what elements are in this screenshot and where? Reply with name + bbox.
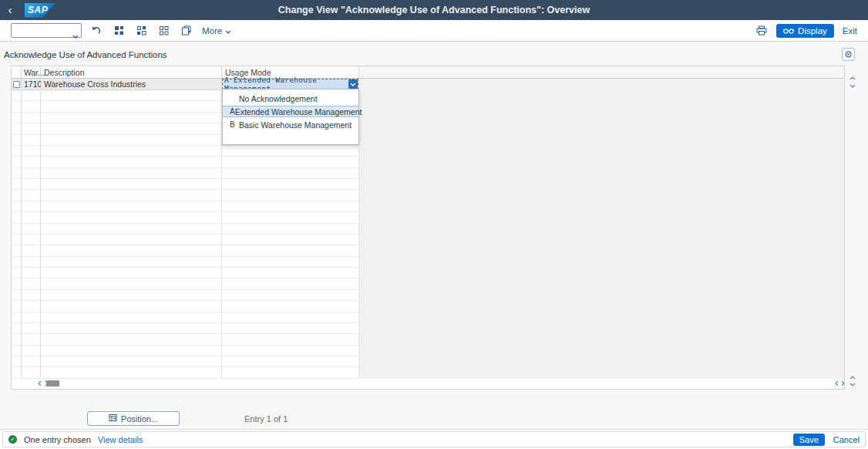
display-button[interactable]: Display	[776, 24, 834, 38]
table-cell[interactable]	[41, 356, 222, 367]
table-row[interactable]	[12, 101, 844, 112]
table-cell[interactable]	[41, 212, 222, 223]
table-cell[interactable]	[359, 168, 844, 179]
scroll-up-icon[interactable]	[849, 374, 856, 381]
table-cell[interactable]	[222, 323, 359, 334]
usage-mode-option[interactable]: BBasic Warehouse Management	[223, 119, 358, 130]
table-cell[interactable]	[22, 179, 41, 190]
table-cell[interactable]	[12, 212, 22, 223]
table-row[interactable]	[12, 301, 844, 312]
table-cell[interactable]	[12, 312, 22, 323]
table-row[interactable]	[12, 190, 844, 201]
undo-icon[interactable]	[90, 25, 103, 37]
chevron-down-icon[interactable]	[72, 28, 79, 42]
row-select-cell[interactable]	[12, 79, 22, 90]
horizontal-scroll-thumb[interactable]	[46, 380, 59, 387]
table-cell[interactable]	[41, 201, 222, 212]
table-cell[interactable]	[12, 245, 22, 256]
table-cell[interactable]	[12, 224, 22, 235]
table-row[interactable]	[12, 135, 844, 146]
table-cell[interactable]	[41, 123, 222, 134]
table-row[interactable]	[12, 257, 844, 268]
view-details-link[interactable]: View details	[98, 435, 143, 444]
scroll-left-icon[interactable]	[36, 380, 43, 387]
table-cell[interactable]	[22, 245, 41, 256]
horizontal-scrollbar[interactable]	[12, 379, 844, 389]
table-cell[interactable]	[22, 123, 41, 134]
table-row[interactable]	[12, 312, 844, 323]
table-cell[interactable]	[359, 301, 844, 312]
table-cell[interactable]	[359, 146, 844, 157]
table-cell[interactable]	[41, 190, 222, 201]
table-cell[interactable]	[41, 113, 222, 123]
table-cell[interactable]	[222, 146, 359, 157]
table-row[interactable]	[12, 123, 844, 134]
table-cell[interactable]	[359, 212, 844, 223]
table-row[interactable]	[12, 323, 844, 334]
table-cell[interactable]	[359, 356, 844, 367]
table-cell[interactable]	[359, 245, 844, 256]
row-checkbox[interactable]	[13, 81, 20, 88]
table-cell[interactable]	[222, 356, 359, 367]
description-column-header[interactable]: Description	[41, 66, 222, 78]
table-row[interactable]	[12, 268, 844, 279]
table-cell[interactable]	[41, 245, 222, 256]
table-cell[interactable]	[22, 135, 41, 146]
table-cell[interactable]	[41, 168, 222, 179]
command-combobox[interactable]	[11, 23, 82, 38]
table-row[interactable]	[12, 235, 844, 245]
select-block-icon[interactable]	[135, 25, 147, 37]
table-cell[interactable]	[222, 235, 359, 245]
table-cell[interactable]	[359, 123, 844, 134]
table-cell[interactable]	[12, 323, 22, 334]
table-cell[interactable]	[41, 323, 222, 334]
table-cell[interactable]	[41, 257, 222, 268]
table-cell[interactable]	[22, 157, 41, 167]
table-cell[interactable]	[41, 179, 222, 190]
table-row[interactable]	[12, 179, 844, 190]
table-cell[interactable]	[359, 346, 844, 356]
table-cell[interactable]	[22, 346, 41, 356]
table-cell[interactable]	[41, 367, 222, 378]
table-cell[interactable]	[22, 268, 41, 279]
table-cell[interactable]	[22, 257, 41, 268]
gear-icon[interactable]	[842, 48, 855, 61]
table-cell[interactable]	[222, 279, 359, 289]
dropdown-open-button[interactable]	[348, 79, 358, 89]
table-cell[interactable]	[12, 356, 22, 367]
table-cell[interactable]	[12, 146, 22, 157]
select-all-icon[interactable]	[113, 25, 125, 37]
table-cell[interactable]	[222, 257, 359, 268]
table-cell[interactable]	[41, 135, 222, 146]
table-cell[interactable]	[12, 157, 22, 167]
table-cell[interactable]	[41, 290, 222, 301]
table-cell[interactable]	[22, 146, 41, 157]
table-cell[interactable]	[359, 101, 844, 112]
table-row[interactable]	[12, 201, 844, 212]
table-cell[interactable]	[12, 113, 22, 123]
table-cell[interactable]	[22, 224, 41, 235]
usage-mode-option[interactable]: No Acknowledgement	[223, 93, 358, 104]
position-button[interactable]: Position...	[87, 411, 180, 426]
table-cell[interactable]	[12, 367, 22, 378]
table-cell[interactable]	[359, 290, 844, 301]
table-cell[interactable]	[222, 179, 359, 190]
table-cell[interactable]	[41, 146, 222, 157]
table-cell[interactable]	[359, 179, 844, 190]
table-cell[interactable]	[359, 334, 844, 345]
table-cell[interactable]	[41, 224, 222, 235]
table-row[interactable]	[12, 290, 844, 301]
command-input[interactable]	[12, 24, 72, 35]
table-cell[interactable]	[12, 90, 22, 101]
table-cell[interactable]	[359, 113, 844, 123]
table-cell[interactable]	[12, 123, 22, 134]
table-row[interactable]	[12, 157, 844, 167]
table-cell[interactable]	[12, 257, 22, 268]
table-row[interactable]	[12, 224, 844, 235]
table-cell[interactable]	[22, 212, 41, 223]
scroll-down-icon[interactable]	[849, 381, 856, 388]
table-cell[interactable]	[22, 101, 41, 112]
table-row[interactable]	[12, 245, 844, 256]
table-cell[interactable]	[359, 190, 844, 201]
table-cell[interactable]	[22, 301, 41, 312]
